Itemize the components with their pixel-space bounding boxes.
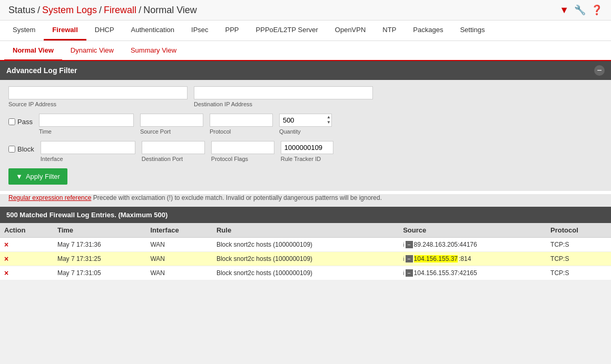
col-source: Source	[399, 223, 546, 238]
cell-action: ×	[0, 266, 53, 280]
cell-rule: Block snort2c hosts (1000000109)	[212, 238, 399, 252]
source-minus-icon[interactable]: −	[406, 241, 413, 248]
protocol-label: Protocol	[210, 128, 273, 135]
source-port-label: Source Port	[140, 128, 203, 135]
breadcrumb-sep1: /	[37, 5, 40, 16]
time-field: Time	[39, 114, 134, 135]
col-protocol: Protocol	[546, 223, 611, 238]
source-minus-icon[interactable]: −	[406, 255, 413, 262]
pass-checkbox-label: Pass	[8, 116, 33, 126]
wrench-icon[interactable]: 🔧	[574, 4, 586, 16]
pass-checkbox[interactable]	[8, 118, 15, 125]
tab-settings[interactable]: Settings	[451, 21, 493, 41]
quantity-down-arrow[interactable]: ▼	[327, 120, 331, 125]
log-section: 500 Matched Firewall Log Entries. (Maxim…	[0, 207, 611, 280]
pass-label: Pass	[17, 118, 33, 126]
source-info-icon[interactable]: i	[403, 270, 404, 276]
breadcrumb-firewall[interactable]: Firewall	[104, 5, 136, 16]
filter-row-block: Block Interface Destination Port Protoco…	[8, 141, 603, 162]
subtab-summary-view[interactable]: Summary View	[122, 41, 185, 61]
tab-firewall[interactable]: Firewall	[44, 21, 86, 41]
interface-field: Interface	[41, 141, 135, 162]
cell-rule: Block snort2c hosts (1000000109)	[212, 252, 399, 266]
filter-note-text: Precede with exclamation (!) to exclude …	[91, 194, 382, 201]
cell-source: i − 89.248.163.205:44176	[399, 238, 546, 252]
source-ip-input[interactable]	[8, 86, 188, 99]
dest-port-input[interactable]	[142, 141, 205, 154]
source-minus-icon[interactable]: −	[406, 269, 413, 277]
block-label: Block	[17, 145, 34, 153]
filter-note: Regular expression reference Precede wit…	[0, 194, 611, 207]
source-info-icon[interactable]: i	[403, 241, 404, 248]
breadcrumb-sep2: /	[99, 5, 102, 16]
cell-interface: WAN	[146, 266, 212, 280]
cell-protocol: TCP:S	[546, 252, 611, 266]
tab-authentication[interactable]: Authentication	[123, 21, 183, 41]
quantity-field: ▲ ▼ Quantity	[279, 114, 332, 135]
filter-header: Advanced Log Filter −	[0, 61, 611, 80]
cell-action: ×	[0, 238, 53, 252]
col-action: Action	[0, 223, 53, 238]
cell-time: May 7 17:31:05	[53, 266, 146, 280]
cell-protocol: TCP:S	[546, 238, 611, 252]
source-ip-label: Source IP Address	[8, 101, 188, 107]
interface-input[interactable]	[41, 141, 135, 154]
quantity-input[interactable]	[279, 114, 332, 127]
filter-icon[interactable]: ▼	[559, 5, 569, 16]
filter-section: Advanced Log Filter − Source IP Address …	[0, 61, 611, 207]
block-checkbox[interactable]	[8, 146, 15, 153]
tab-openvpn[interactable]: OpenVPN	[327, 21, 375, 41]
subtab-normal-view[interactable]: Normal View	[4, 41, 62, 61]
nav-tabs: System Firewall DHCP Authentication IPse…	[0, 21, 611, 41]
tab-packages[interactable]: Packages	[405, 21, 451, 41]
filter-row-pass: Pass Time Source Port Protocol ▲	[8, 114, 603, 135]
cell-source: i − 104.156.155.37:42165	[399, 266, 546, 280]
filter-body: Source IP Address Destination IP Address…	[0, 80, 611, 191]
tab-pppoe[interactable]: PPPoE/L2TP Server	[248, 21, 327, 41]
dest-ip-input[interactable]	[194, 86, 373, 99]
breadcrumb-normal-view: Normal View	[143, 5, 197, 16]
protocol-flags-input[interactable]	[211, 141, 274, 154]
protocol-input[interactable]	[210, 114, 273, 127]
dest-port-field: Destination Port	[142, 141, 205, 162]
log-header: 500 Matched Firewall Log Entries. (Maxim…	[0, 207, 611, 223]
block-checkbox-label: Block	[8, 143, 34, 153]
source-ip-field: Source IP Address	[8, 86, 188, 107]
regex-reference-link[interactable]: Regular expression reference	[8, 194, 91, 201]
tab-ntp[interactable]: NTP	[374, 21, 405, 41]
table-row: ×May 7 17:31:25WANBlock snort2c hosts (1…	[0, 252, 611, 266]
breadcrumb-status: Status	[8, 5, 35, 16]
source-info-icon[interactable]: i	[403, 256, 404, 262]
filter-toggle-button[interactable]: −	[594, 65, 605, 76]
quantity-label: Quantity	[279, 128, 332, 135]
cell-protocol: TCP:S	[546, 266, 611, 280]
tab-dhcp[interactable]: DHCP	[86, 21, 123, 41]
apply-filter-button[interactable]: ▼ Apply Filter	[8, 168, 67, 185]
action-block-icon: ×	[4, 255, 8, 263]
protocol-field: Protocol	[210, 114, 273, 135]
breadcrumb-system-logs[interactable]: System Logs	[42, 5, 97, 16]
filter-row-ip: Source IP Address Destination IP Address	[8, 86, 603, 107]
subtab-dynamic-view[interactable]: Dynamic View	[62, 41, 122, 61]
dest-port-label: Destination Port	[142, 156, 205, 162]
col-time: Time	[53, 223, 146, 238]
header-icons: ▼ 🔧 ❓	[559, 4, 603, 16]
time-input[interactable]	[39, 114, 134, 127]
table-row: ×May 7 17:31:36WANBlock snort2c hosts (1…	[0, 238, 611, 252]
help-icon[interactable]: ❓	[591, 4, 603, 16]
cell-time: May 7 17:31:36	[53, 238, 146, 252]
protocol-flags-field: Protocol Flags	[211, 141, 274, 162]
cell-source: i − 104.156.155.37:814	[399, 252, 546, 266]
dest-ip-field: Destination IP Address	[194, 86, 373, 107]
cell-interface: WAN	[146, 238, 212, 252]
rule-tracker-field: Rule Tracker ID	[281, 141, 333, 162]
source-port-input[interactable]	[140, 114, 203, 127]
dest-ip-label: Destination IP Address	[194, 101, 373, 107]
tab-ppp[interactable]: PPP	[217, 21, 248, 41]
tab-system[interactable]: System	[4, 21, 44, 41]
rule-tracker-input[interactable]	[281, 141, 333, 154]
action-block-icon: ×	[4, 240, 8, 249]
tab-ipsec[interactable]: IPsec	[183, 21, 217, 41]
quantity-up-arrow[interactable]: ▲	[327, 115, 331, 120]
source-cell-content: i − 89.248.163.205:44176	[403, 241, 542, 248]
